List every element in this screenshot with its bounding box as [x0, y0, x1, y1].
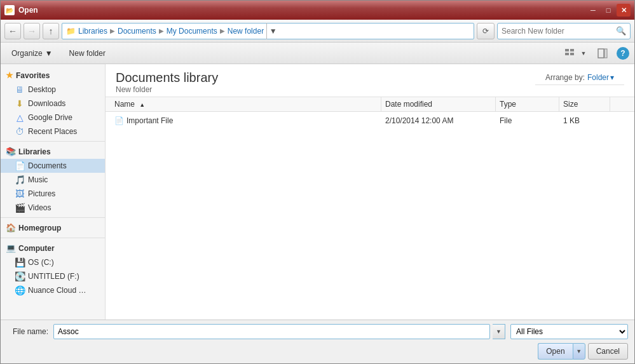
arrange-label: Arrange by:: [545, 73, 585, 82]
sidebar-item-music[interactable]: 🎵 Music: [1, 173, 105, 187]
breadcrumb: Libraries ▶ Documents ▶ My Documents ▶ N…: [78, 27, 264, 36]
close-button[interactable]: ✕: [617, 4, 631, 17]
col-header-date[interactable]: Date modified: [381, 97, 496, 111]
col-header-name[interactable]: Name ▲: [111, 97, 381, 111]
view-icon: [564, 48, 575, 58]
filename-input-wrapper: ▼: [53, 324, 505, 339]
svg-rect-1: [570, 49, 574, 51]
title-bar: 📂 Open ─ □ ✕: [1, 1, 634, 20]
sidebar-favorites-header[interactable]: ★ Favorites: [1, 68, 105, 83]
address-bar[interactable]: 📁 Libraries ▶ Documents ▶ My Documents ▶…: [62, 23, 474, 39]
filename-dropdown-button[interactable]: ▼: [493, 324, 505, 339]
sidebar-computer-section: 💻 Computer 💾 OS (C:) 💽 UNTITLED (F:) 🌐 N…: [1, 241, 105, 297]
sidebar-item-videos-label: Videos: [28, 203, 51, 212]
file-icon: 📄: [114, 116, 124, 125]
sidebar-item-nuance-label: Nuance Cloud Dr...: [28, 286, 92, 295]
arrange-dropdown[interactable]: Folder ▾: [587, 73, 614, 82]
organize-label: Organize: [11, 49, 43, 58]
crumb-documents[interactable]: Documents: [118, 27, 156, 36]
window-icon: 📂: [4, 5, 15, 15]
arrange-arrow-icon: ▾: [610, 73, 614, 82]
cancel-button[interactable]: Cancel: [588, 343, 628, 360]
library-subtitle: New folder: [116, 85, 218, 94]
filename-input[interactable]: [53, 324, 490, 339]
address-dropdown-arrow[interactable]: ▼: [266, 23, 279, 39]
sidebar-item-os-c[interactable]: 💾 OS (C:): [1, 255, 105, 269]
videos-icon: 🎬: [15, 203, 25, 213]
sidebar-computer-header[interactable]: 💻 Computer: [1, 241, 105, 255]
search-input[interactable]: [502, 27, 613, 36]
crumb-libraries[interactable]: Libraries: [78, 27, 107, 36]
file-size-cell: 1 KB: [559, 116, 610, 125]
open-dialog: 📂 Open ─ □ ✕ ← → ↑ 📁 Libraries ▶ Documen…: [0, 0, 635, 364]
crumb-newfolder[interactable]: New folder: [228, 27, 264, 36]
file-panel: Documents library New folder Arrange by:…: [106, 64, 634, 320]
desktop-icon: 🖥: [15, 84, 25, 95]
filename-row: File name: ▼ All Files Text Files (*.txt…: [7, 324, 628, 339]
sidebar-favorites-section: ★ Favorites 🖥 Desktop ⬇ Downloads △ Goog…: [1, 68, 105, 138]
sidebar-item-downloads[interactable]: ⬇ Downloads: [1, 97, 105, 111]
view-button[interactable]: [561, 44, 578, 62]
up-button[interactable]: ↑: [43, 23, 59, 39]
libraries-label: Libraries: [18, 147, 51, 156]
svg-rect-0: [565, 49, 569, 51]
window-title: Open: [18, 6, 586, 15]
sidebar-item-pictures[interactable]: 🖼 Pictures: [1, 187, 105, 201]
maximize-button[interactable]: □: [601, 4, 615, 17]
sidebar-item-documents-label: Documents: [28, 161, 67, 170]
untitled-f-icon: 💽: [15, 271, 25, 281]
organize-arrow: ▼: [45, 49, 53, 58]
back-button[interactable]: ←: [4, 23, 21, 39]
sidebar-homegroup-header[interactable]: 🏠 Homegroup: [1, 220, 105, 235]
sidebar-item-downloads-label: Downloads: [28, 99, 65, 108]
file-type-cell: File: [496, 116, 559, 125]
svg-rect-4: [598, 49, 604, 58]
minimize-button[interactable]: ─: [586, 4, 600, 17]
sidebar-item-os-c-label: OS (C:): [28, 258, 54, 267]
favorites-star-icon: ★: [6, 71, 13, 80]
preview-button[interactable]: [594, 44, 611, 62]
organize-button[interactable]: Organize ▼: [6, 46, 58, 60]
file-row[interactable]: 📄 Important File 2/10/2014 12:00 AM File…: [106, 113, 634, 128]
refresh-button[interactable]: ⟳: [477, 23, 495, 39]
open-button-arrow[interactable]: ▼: [573, 343, 585, 360]
sidebar-item-recent-places-label: Recent Places: [28, 127, 77, 136]
sidebar-item-nuance[interactable]: 🌐 Nuance Cloud Dr...: [1, 283, 105, 297]
libraries-icon: 📚: [6, 147, 16, 156]
sidebar-item-desktop[interactable]: 🖥 Desktop: [1, 83, 105, 97]
open-button[interactable]: Open: [538, 343, 572, 360]
recent-places-icon: ⏱: [15, 126, 25, 137]
sidebar-item-documents[interactable]: 📄 Documents: [1, 159, 105, 173]
view-arrow-button[interactable]: ▼: [578, 44, 589, 62]
sidebar-item-google-drive[interactable]: △ Google Drive: [1, 111, 105, 125]
forward-button[interactable]: →: [24, 23, 40, 39]
buttons-row: Open ▼ Cancel: [7, 343, 628, 360]
sidebar-item-pictures-label: Pictures: [28, 189, 55, 198]
favorites-label: Favorites: [16, 71, 50, 80]
downloads-icon: ⬇: [15, 98, 25, 109]
search-bar: 🔍: [497, 23, 631, 39]
help-button[interactable]: ?: [617, 47, 629, 60]
new-folder-label: New folder: [69, 49, 106, 58]
file-name: Important File: [126, 116, 173, 125]
column-headers: Name ▲ Date modified Type Size: [106, 97, 634, 112]
svg-rect-3: [570, 53, 574, 55]
music-icon: 🎵: [15, 175, 25, 185]
svg-rect-2: [565, 53, 569, 55]
col-header-type[interactable]: Type: [496, 97, 559, 111]
col-header-size[interactable]: Size: [559, 97, 610, 111]
open-button-group: Open ▼: [538, 343, 585, 360]
sidebar-item-untitled-f[interactable]: 💽 UNTITLED (F:): [1, 269, 105, 283]
computer-icon: 💻: [6, 243, 16, 253]
library-title: Documents library: [116, 71, 218, 85]
os-c-icon: 💾: [15, 257, 25, 267]
sidebar-item-recent-places[interactable]: ⏱ Recent Places: [1, 125, 105, 138]
sidebar-libraries-header[interactable]: 📚 Libraries: [1, 144, 105, 159]
window-controls: ─ □ ✕: [586, 4, 631, 17]
crumb-mydocuments[interactable]: My Documents: [167, 27, 217, 36]
filetype-wrapper: All Files Text Files (*.txt) All Files (…: [510, 324, 628, 339]
sidebar-item-videos[interactable]: 🎬 Videos: [1, 201, 105, 215]
filetype-select[interactable]: All Files Text Files (*.txt) All Files (…: [510, 324, 628, 339]
new-folder-button[interactable]: New folder: [64, 46, 111, 60]
col-header-extra: [610, 97, 629, 111]
